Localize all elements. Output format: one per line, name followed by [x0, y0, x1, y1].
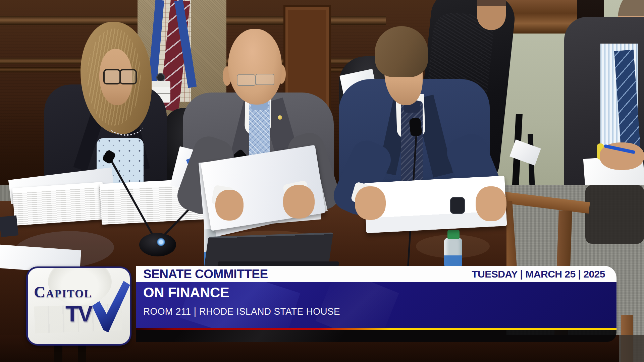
- microphone-indicator-light: [157, 238, 165, 246]
- capitol-tv-logo: Capitol TV: [26, 266, 131, 346]
- white-binder: [12, 182, 105, 226]
- laptop-base: [218, 261, 339, 266]
- lapel-pin: [278, 115, 282, 120]
- broadcast-date: TUESDAY | MARCH 25 | 2025: [472, 266, 605, 282]
- bottle-green-cap: [447, 230, 460, 239]
- laptop-edge: [0, 215, 18, 237]
- bottle-blue-label: [444, 255, 462, 266]
- desk-leg: [54, 343, 62, 362]
- checkmark-icon: [89, 280, 131, 334]
- eyeglasses-lens: [237, 74, 256, 86]
- desk-leg: [78, 343, 86, 362]
- center-man-head: [228, 29, 282, 105]
- microphone-head: [409, 117, 422, 136]
- eyeglasses-lens: [103, 69, 121, 84]
- eyeglasses-lens: [256, 74, 274, 85]
- hand: [283, 185, 315, 219]
- right-man-hair: [375, 26, 428, 77]
- face: [477, 0, 506, 30]
- navy-tie: [401, 101, 423, 190]
- hand: [215, 190, 244, 221]
- banner-light-streak: [315, 282, 399, 328]
- banner-light-streak: [172, 330, 348, 342]
- wristwatch: [450, 197, 465, 214]
- hand: [476, 186, 506, 221]
- committee-title: SENATE COMMITTEE: [143, 266, 268, 282]
- necklace: [109, 117, 143, 136]
- hand: [355, 186, 386, 220]
- lower-third-black-bar: [136, 330, 616, 342]
- lower-third-navy-bar: ON FINANCE ROOM 211 | RHODE ISLAND STATE…: [136, 282, 616, 328]
- hearing-location: ROOM 211 | RHODE ISLAND STATE HOUSE: [143, 306, 340, 317]
- chair-shadow: [585, 185, 644, 244]
- badge-clip: [156, 73, 165, 82]
- eyeglasses-lens: [119, 69, 137, 84]
- broadcast-frame: SENATE COMMITTEE TUESDAY | MARCH 25 | 20…: [0, 0, 644, 362]
- microphone-base: [139, 233, 176, 256]
- committee-subtitle: ON FINANCE: [143, 285, 229, 301]
